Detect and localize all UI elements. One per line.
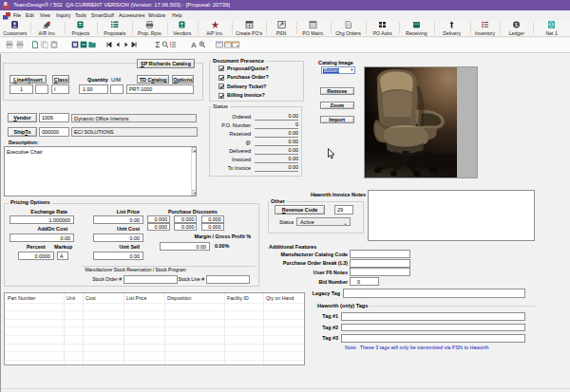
svg-text:A: A: [191, 41, 197, 48]
